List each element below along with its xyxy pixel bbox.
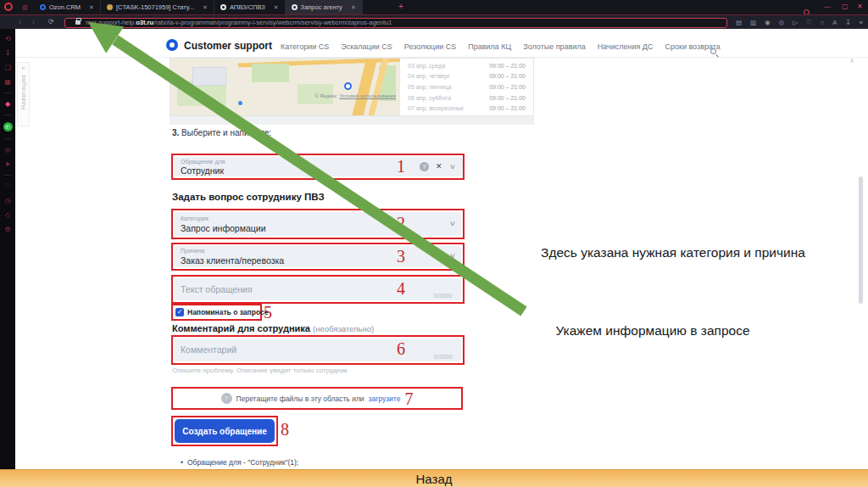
bookmarks-icon[interactable]: ♡ <box>806 19 812 26</box>
chevron-down-icon[interactable]: ∨ <box>449 252 456 260</box>
wallet-icon[interactable]: ○ <box>821 19 825 26</box>
tab-label: [CTASK-15071959] Стату... <box>116 3 194 11</box>
section-divider <box>170 116 534 125</box>
remind-checkbox-row[interactable]: ✓ Напоминать о запросе <box>173 305 260 319</box>
history-icon[interactable]: ⟲ <box>5 35 11 42</box>
upload-link[interactable]: загрузите <box>369 395 401 403</box>
whatsapp-icon[interactable]: ✆ <box>3 122 13 132</box>
lock-icon[interactable] <box>75 20 81 25</box>
schedule-row: 05 апр, пятница09:00 – 21:00 <box>400 81 533 92</box>
dock-divider <box>4 175 11 176</box>
tab-close-icon[interactable]: ✕ <box>274 4 279 11</box>
screenshot-root: ▥ Ozon.CRM ✕ [CTASK-15071959] Стату... ✕… <box>0 0 868 487</box>
pvz-info-card: © ЯндексУсловия использования 03 апр, ср… <box>170 58 534 116</box>
field-label: Категория <box>181 216 209 221</box>
scroll-top-icon[interactable]: ∧ <box>849 57 854 64</box>
back-bar[interactable]: Назад <box>0 469 868 487</box>
site-nav: Категории CS Эскалации CS Резолюции CS П… <box>281 42 721 51</box>
snapshot-icon[interactable]: ◉ <box>765 19 771 26</box>
dock-divider <box>4 115 11 115</box>
schedule-row: 04 апр, четверг09:00 – 21:00 <box>400 71 533 82</box>
nav-link-rezolyucii-cs[interactable]: Резолюции CS <box>404 42 456 51</box>
telegram-icon[interactable]: ➤ <box>5 160 11 168</box>
appeal-for-select-right[interactable] <box>427 157 463 176</box>
browser-tab-apvz[interactable]: АПВЗ/СПВЗ ✕ <box>214 0 286 14</box>
favorites-icon[interactable]: ♡ <box>4 182 10 190</box>
player-icon[interactable]: ◎ <box>779 19 785 26</box>
tab-close-icon[interactable]: ✕ <box>351 4 356 11</box>
comment-hint: Опишите проблему. Описание увидит только… <box>172 367 348 374</box>
upload-area-highlight: ↑ Перетащите файлы в эту область или заг… <box>171 387 463 410</box>
window-restore-button[interactable]: ▢ <box>842 3 849 10</box>
browser-tab-ctask[interactable]: [CTASK-15071959] Стату... ✕ <box>101 0 214 14</box>
map-green-patch <box>252 64 289 82</box>
comment-field-highlight: Комментарий 6 0/3000 <box>171 335 465 365</box>
pinboard-icon[interactable]: ▥ <box>750 19 756 26</box>
window-close-button[interactable]: ✕ <box>857 3 863 10</box>
browser-tab-ozon-crm[interactable]: Ozon.CRM ✕ <box>34 0 101 14</box>
split-screen-icon[interactable]: ▤ <box>736 19 742 26</box>
dock-divider <box>4 92 11 93</box>
clear-icon[interactable]: ✕ <box>436 162 442 171</box>
help-icon[interactable]: ? <box>420 162 429 171</box>
nav-link-zolotye-pravila[interactable]: Золотые правила <box>523 42 585 51</box>
window-minimize-button[interactable]: — <box>824 3 831 10</box>
summary-bullet: •Обращение для - "Сотрудник"(1); <box>181 458 298 467</box>
chevron-down-icon[interactable]: ∨ <box>449 163 456 171</box>
remind-checkbox-highlight: ✓ Напоминать о запросе <box>171 304 262 321</box>
url-text: mer-support-help.o3t.ru/rabota-v-program… <box>86 19 392 26</box>
schedule-row: 03 апр, среда09:00 – 21:00 <box>400 60 533 71</box>
flow-icon[interactable]: ▷ <box>793 19 798 26</box>
map-copyright[interactable]: © ЯндексУсловия использования <box>314 93 396 98</box>
tab-close-icon[interactable]: ✕ <box>89 4 94 11</box>
tab-strip: Ozon.CRM ✕ [CTASK-15071959] Стату... ✕ А… <box>34 0 363 14</box>
downloads-icon[interactable]: ↧ <box>5 49 11 57</box>
back-button[interactable]: ‹ <box>19 18 21 26</box>
site-brand[interactable]: Customer support <box>184 40 272 52</box>
opera-logo-icon[interactable] <box>4 3 13 11</box>
upload-text: Перетащите файлы в эту область или <box>236 395 364 403</box>
annotation-number-7: 7 <box>404 390 413 407</box>
scrollbar-thumb[interactable] <box>859 176 863 304</box>
upload-dropzone[interactable]: ↑ Перетащите файлы в эту область или заг… <box>173 389 461 408</box>
profile-icon[interactable]: A <box>832 19 837 26</box>
schedule-row: 07 апр, воскресенье09:00 – 21:00 <box>400 103 533 114</box>
tab-sidebar-toggle-icon[interactable]: ▥ <box>22 3 28 11</box>
yandex-map[interactable]: © ЯндексУсловия использования <box>170 59 400 115</box>
settings-icon[interactable]: ⚙ <box>4 226 10 233</box>
clock-icon[interactable]: ◷ <box>5 197 11 204</box>
annotation-note-info: Укажем информацию в запросе <box>515 323 790 339</box>
nav-link-eskalacii-cs[interactable]: Эскалации CS <box>341 42 392 51</box>
annotation-number-3: 3 <box>397 248 405 265</box>
tab-close-icon[interactable]: ✕ <box>203 4 208 11</box>
chevron-down-icon[interactable]: ∨ <box>449 220 456 227</box>
forward-button[interactable]: › <box>32 18 35 26</box>
downloads-toolbar-icon[interactable]: ↧ <box>845 19 850 26</box>
navigation-side-tab[interactable]: » Навигация <box>17 62 30 126</box>
url-field[interactable]: mer-support-help.o3t.ru/rabota-v-program… <box>64 18 727 28</box>
upload-icon: ↑ <box>221 393 232 404</box>
tab-favicon-ozon-crm <box>40 4 46 10</box>
pinned-icon[interactable]: ◆ <box>5 100 10 108</box>
tab-favicon-zapros <box>292 4 298 10</box>
apps-grid-icon[interactable]: ▦ <box>4 78 11 86</box>
new-tab-button[interactable]: + <box>398 2 403 11</box>
site-search-icon[interactable] <box>710 42 716 58</box>
customer-support-logo-icon[interactable] <box>166 39 178 51</box>
create-appeal-button[interactable]: Создать обращение <box>175 419 275 443</box>
tab-label: Ozon.CRM <box>49 3 81 11</box>
browser-tab-zapros-agentu[interactable]: Запрос агенту ✕ <box>286 0 363 14</box>
chat-icon[interactable]: ❑ <box>4 64 10 71</box>
nav-link-pravila-kc[interactable]: Правила КЦ <box>468 42 511 51</box>
checkbox-checked-icon[interactable]: ✓ <box>175 308 184 316</box>
section-title: Задать вопрос сотруднику ПВЗ <box>172 192 325 202</box>
map-pvz-pin[interactable] <box>344 82 352 90</box>
nav-link-categorii-cs[interactable]: Категории CS <box>281 42 329 51</box>
reload-button[interactable]: ⟳ <box>48 18 54 25</box>
extensions-icon[interactable]: ◇ <box>5 211 10 219</box>
menu-icon[interactable]: ≡ <box>860 19 863 26</box>
nav-link-nachisleniya-ds[interactable]: Начисления ДС <box>598 42 654 51</box>
back-label[interactable]: Назад <box>416 472 453 486</box>
tab-favicon-ctask <box>107 4 113 10</box>
target-icon[interactable]: ◎ <box>5 146 11 154</box>
